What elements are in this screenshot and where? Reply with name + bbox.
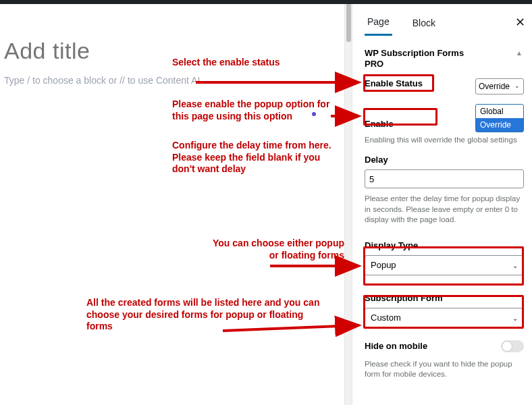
post-title-input[interactable] xyxy=(4,11,340,71)
cursor-dot xyxy=(312,112,316,116)
tab-page[interactable]: Page xyxy=(365,11,392,36)
enable-status-row: Enable Status Override ⌄ xyxy=(365,78,524,94)
panel-title: WP Subscription Forms PRO xyxy=(365,48,466,70)
panel-toggle-caret-icon[interactable]: ▲ xyxy=(516,49,523,57)
enable-status-label: Enable Status xyxy=(365,78,423,88)
panel-header[interactable]: WP Subscription Forms PRO ▲ xyxy=(365,48,524,70)
enable-status-value: Override xyxy=(479,82,510,91)
editor-canvas: Type / to choose a block or // to use Co… xyxy=(0,4,344,405)
sidebar-tabs: Page Block ✕ xyxy=(365,11,524,36)
display-type-select[interactable]: Popup ⌄ xyxy=(365,255,524,275)
chevron-down-icon: ⌄ xyxy=(512,315,518,322)
hide-mobile-row: Hide on mobile xyxy=(365,340,524,352)
close-sidebar-icon[interactable]: ✕ xyxy=(515,15,525,30)
subscription-form-label: Subscription Form xyxy=(365,293,443,303)
delay-label: Delay xyxy=(365,155,388,165)
settings-sidebar: Page Block ✕ WP Subscription Forms PRO ▲… xyxy=(352,4,532,405)
chevron-down-icon: ⌄ xyxy=(514,82,520,89)
enable-label: Enable xyxy=(365,119,394,129)
tab-block[interactable]: Block xyxy=(410,12,438,35)
display-type-value: Popup xyxy=(371,260,396,270)
editor-scrollbar[interactable] xyxy=(344,4,352,405)
subscription-form-select[interactable]: Custom ⌄ xyxy=(365,308,524,328)
delay-hint: Please enter the delay time for popup di… xyxy=(365,194,524,225)
dropdown-option-override[interactable]: Override xyxy=(476,118,523,132)
enable-status-select[interactable]: Override ⌄ xyxy=(475,78,524,94)
hide-mobile-hint: Please check if you want to hide the pop… xyxy=(365,359,524,380)
enable-hint: Enabling this will override the global s… xyxy=(365,135,524,146)
enable-status-dropdown[interactable]: Global Override xyxy=(475,104,524,132)
subscription-form-value: Custom xyxy=(371,313,401,323)
display-type-label: Display Type xyxy=(365,240,418,250)
block-placeholder-text[interactable]: Type / to choose a block or // to use Co… xyxy=(4,71,340,90)
chevron-down-icon: ⌄ xyxy=(512,262,518,269)
hide-mobile-toggle[interactable] xyxy=(501,340,524,352)
scrollbar-thumb[interactable] xyxy=(346,4,351,42)
hide-mobile-label: Hide on mobile xyxy=(365,341,427,351)
toggle-knob xyxy=(502,342,512,351)
dropdown-option-global[interactable]: Global xyxy=(476,105,523,118)
delay-input[interactable] xyxy=(365,169,524,188)
